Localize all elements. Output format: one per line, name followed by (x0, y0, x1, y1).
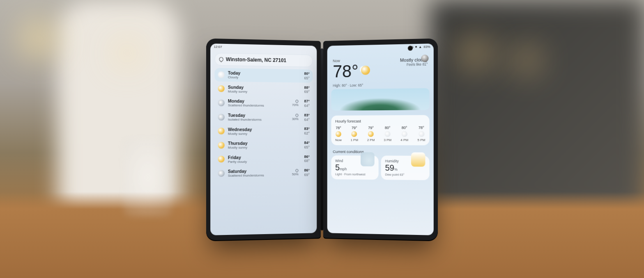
weather-icon (218, 170, 225, 177)
forecast-day-wednesday[interactable]: WednesdayMostly sunny83°62° (214, 124, 313, 137)
hourly-forecast-card[interactable]: Hourly forecast 78°Now79°1 PM79°2 PM80°3… (331, 115, 429, 146)
hourly-item[interactable]: 80°4 PM (400, 125, 408, 142)
hourly-item[interactable]: 78°5 PM (417, 125, 425, 142)
hourly-weather-icon (352, 131, 357, 137)
raindrop-icon (295, 113, 299, 117)
weather-icon (218, 114, 225, 120)
screen-right[interactable]: 5G ▲ 83% Now 78° Mostly cloudy Feels lik… (327, 43, 434, 235)
hourly-weather-icon (402, 131, 407, 137)
now-feels-like: Feels like 81° (400, 62, 428, 67)
foldable-device: 12:07 Winston-Salem, NC 27101 TodayCloud… (206, 41, 438, 238)
hourly-weather-icon (336, 131, 341, 137)
forecast-day-thursday[interactable]: ThursdayMostly sunny84°65° (214, 139, 313, 152)
precip-chance: 50% (292, 169, 299, 176)
forecast-day-saturday[interactable]: SaturdayScattered thunderstorms50%86°69° (214, 166, 313, 180)
device-right-half: 5G ▲ 83% Now 78° Mostly cloudy Feels lik… (323, 39, 438, 241)
weather-icon (218, 100, 225, 107)
hourly-item[interactable]: 80°3 PM (384, 125, 391, 142)
weather-icon (218, 156, 225, 162)
location-pin-icon (218, 56, 224, 62)
now-temperature: 78° (333, 62, 370, 80)
hourly-title: Hourly forecast (335, 118, 425, 123)
status-bar-left: 12:07 (210, 43, 317, 52)
hourly-weather-icon (419, 131, 424, 137)
device-left-half: 12:07 Winston-Salem, NC 27101 TodayCloud… (206, 39, 321, 241)
weather-illustration (331, 88, 429, 111)
hourly-item[interactable]: 79°2 PM (367, 126, 375, 142)
current-conditions-row: Wind 5mph Light · From northwest Humidit… (331, 155, 429, 180)
hourly-weather-icon (385, 131, 391, 137)
humidity-gauge-icon (411, 153, 425, 167)
precip-chance: 30% (292, 114, 299, 121)
status-battery: 83% (423, 45, 430, 49)
raindrop-icon (295, 169, 299, 173)
humidity-card[interactable]: Humidity 59% Dew point 63° (381, 156, 430, 180)
weather-icon (218, 71, 225, 78)
forecast-day-today[interactable]: TodayCloudy80°65° (214, 68, 313, 83)
now-section: Now 78° Mostly cloudy Feels like 81° (327, 49, 434, 82)
location-bar[interactable]: Winston-Salem, NC 27101 (214, 53, 313, 67)
hourly-item[interactable]: 78°Now (335, 126, 342, 142)
raindrop-icon (295, 99, 299, 103)
wind-card[interactable]: Wind 5mph Light · From northwest (331, 155, 378, 180)
forecast-day-monday[interactable]: MondayScattered thunderstorms70%87°64° (214, 96, 313, 110)
location-text: Winston-Salem, NC 27101 (226, 57, 286, 64)
now-weather-icon (361, 66, 370, 75)
forecast-day-sunday[interactable]: SundayMostly sunny88°69° (214, 82, 313, 96)
weather-icon (218, 85, 225, 92)
screen-left[interactable]: 12:07 Winston-Salem, NC 27101 TodayCloud… (210, 43, 317, 235)
precip-chance: 70% (292, 100, 299, 107)
weather-icon (218, 128, 225, 134)
wind-compass-icon (361, 152, 375, 166)
hourly-weather-icon (368, 131, 374, 137)
weather-icon (218, 142, 225, 148)
now-high-low: High: 80° · Low: 65° (327, 81, 434, 87)
status-time: 12:07 (214, 45, 222, 49)
daily-forecast-list[interactable]: TodayCloudy80°65°SundayMostly sunny88°69… (210, 68, 317, 235)
forecast-day-friday[interactable]: FridayPartly cloudy86°68° (214, 153, 313, 166)
forecast-day-tuesday[interactable]: TuesdayIsolated thunderstorms30%83°64° (214, 110, 313, 124)
hourly-item[interactable]: 79°1 PM (351, 126, 358, 142)
